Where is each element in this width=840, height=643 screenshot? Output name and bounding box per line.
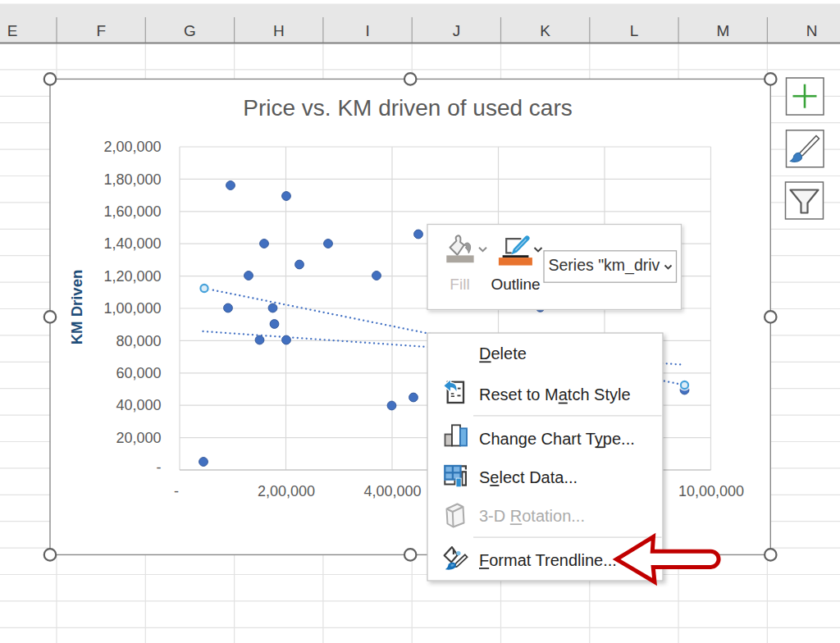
svg-text:20,000: 20,000 bbox=[116, 430, 161, 446]
svg-text:KM Driven: KM Driven bbox=[68, 270, 85, 345]
svg-text:2,00,000: 2,00,000 bbox=[103, 139, 161, 155]
svg-text:60,000: 60,000 bbox=[116, 365, 161, 381]
svg-text:Outline: Outline bbox=[491, 276, 540, 293]
svg-text:G: G bbox=[184, 22, 196, 39]
svg-text:Fill: Fill bbox=[450, 276, 469, 293]
svg-text:80,000: 80,000 bbox=[116, 333, 161, 349]
svg-text:Series "km_driv: Series "km_driv bbox=[549, 256, 660, 275]
svg-text:K: K bbox=[540, 22, 550, 39]
svg-text:Price vs. KM driven of used ca: Price vs. KM driven of used cars bbox=[243, 95, 572, 121]
svg-text:Select Data...: Select Data... bbox=[479, 468, 578, 486]
svg-text:F: F bbox=[96, 22, 106, 39]
svg-text:L: L bbox=[630, 22, 639, 39]
svg-text:I: I bbox=[365, 22, 369, 39]
svg-text:1,20,000: 1,20,000 bbox=[103, 268, 161, 285]
svg-text:-: - bbox=[157, 459, 162, 476]
svg-text:N: N bbox=[806, 22, 818, 39]
svg-text:1,60,000: 1,60,000 bbox=[103, 203, 161, 220]
svg-text:10,00,000: 10,00,000 bbox=[678, 483, 744, 499]
svg-text:1,40,000: 1,40,000 bbox=[103, 235, 161, 252]
svg-text:-: - bbox=[174, 483, 179, 499]
svg-text:Format Trendline...: Format Trendline... bbox=[479, 551, 617, 569]
svg-text:1,80,000: 1,80,000 bbox=[103, 171, 161, 188]
svg-text:Reset to Match Style: Reset to Match Style bbox=[479, 385, 631, 404]
svg-text:J: J bbox=[453, 22, 461, 39]
svg-text:3-D Rotation...: 3-D Rotation... bbox=[479, 507, 585, 525]
svg-text:H: H bbox=[273, 22, 285, 39]
svg-text:Delete: Delete bbox=[479, 344, 527, 363]
svg-text:1,00,000: 1,00,000 bbox=[103, 300, 161, 317]
svg-text:M: M bbox=[716, 22, 729, 39]
svg-text:2,00,000: 2,00,000 bbox=[258, 483, 315, 499]
svg-text:E: E bbox=[7, 22, 18, 39]
svg-text:40,000: 40,000 bbox=[116, 397, 161, 413]
svg-text:4,00,000: 4,00,000 bbox=[363, 483, 421, 499]
svg-text:Change Chart Type...: Change Chart Type... bbox=[479, 430, 635, 448]
